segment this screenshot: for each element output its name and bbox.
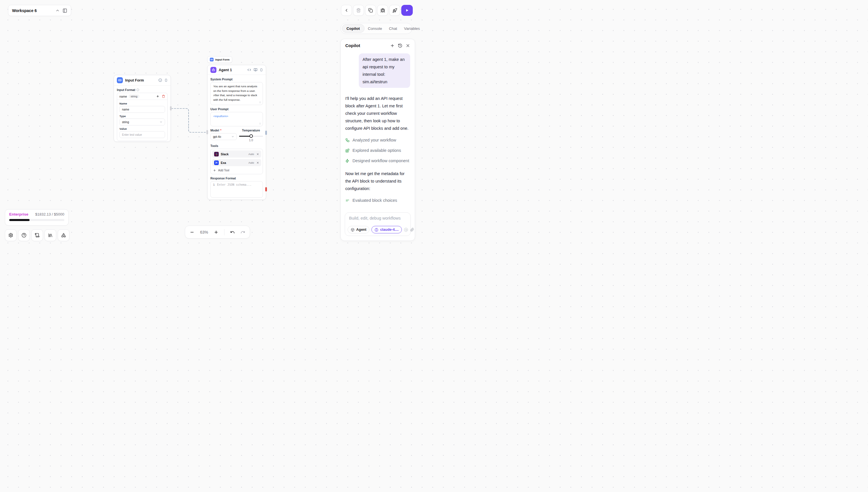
agent-output-handle[interactable] — [265, 131, 267, 135]
model-select[interactable]: gpt-4o — [210, 133, 237, 140]
input-form-output-handle[interactable] — [170, 106, 172, 110]
new-chat-icon[interactable] — [390, 43, 395, 48]
copy-icon — [368, 8, 373, 13]
agent-input-handle[interactable] — [206, 130, 208, 134]
usage-progress-fill — [9, 219, 30, 221]
delete-button[interactable] — [353, 5, 364, 16]
help-button[interactable] — [18, 229, 30, 241]
copilot-composer[interactable]: Build, edit, debug workflows Agent claud… — [345, 213, 411, 236]
add-tool-button[interactable]: Add Tool — [212, 168, 261, 173]
mention-icon[interactable] — [404, 228, 408, 232]
shapes-icon — [61, 233, 66, 238]
workflow-canvas[interactable]: { "workspace": { "name": "Workspace 6" }… — [0, 0, 434, 246]
tab-console[interactable]: Console — [365, 26, 386, 31]
user-prompt-textarea[interactable]: <inputform> — [210, 112, 263, 126]
duplicate-button[interactable] — [365, 5, 376, 16]
usage-card[interactable]: Enterprise $1832.13 / $5000 — [5, 209, 69, 226]
tools-list: Slack Auto Exa Auto Add Tool — [210, 149, 263, 174]
deploy-button[interactable] — [389, 5, 400, 16]
copilot-step: Designed workflow component — [345, 158, 410, 163]
resize-icon[interactable] — [259, 122, 261, 125]
chevron-down-icon — [231, 135, 234, 138]
temperature-slider[interactable] — [239, 134, 263, 138]
system-prompt-label: System Prompt — [210, 77, 263, 81]
history-icon[interactable] — [398, 43, 402, 48]
user-message-bubble: After agent 1, make an api request to my… — [359, 53, 410, 88]
tab-chat[interactable]: Chat — [386, 26, 401, 31]
scroll-icon — [35, 233, 40, 238]
copilot-step: Explored available options — [345, 148, 410, 153]
zoom-out-icon[interactable] — [190, 230, 194, 235]
agent-node-header[interactable]: Agent 1 — [207, 65, 266, 75]
resize-icon[interactable] — [259, 101, 261, 104]
workspace-name: Workspace 6 — [12, 8, 37, 13]
zoom-in-icon[interactable] — [214, 230, 218, 235]
remove-tool-icon[interactable] — [256, 153, 259, 155]
logs-button[interactable] — [31, 229, 43, 241]
divider — [224, 229, 224, 236]
panel-rect-icon[interactable] — [260, 68, 263, 72]
field-row-header: name string — [117, 93, 167, 100]
tool-name: Slack — [221, 152, 228, 156]
delete-field-icon[interactable] — [162, 95, 165, 98]
name-input[interactable] — [119, 106, 165, 113]
robot-icon — [210, 67, 217, 73]
input-form-node-header[interactable]: Input Form — [114, 75, 171, 85]
type-select[interactable]: string — [119, 119, 165, 125]
remove-tool-icon[interactable] — [256, 161, 259, 164]
mode-selector[interactable]: Agent — [348, 226, 369, 233]
chevron-up-icon[interactable] — [55, 8, 60, 13]
package-icon — [351, 228, 354, 232]
badge-label: Input Form — [215, 58, 230, 61]
attach-icon[interactable] — [410, 228, 414, 232]
close-icon[interactable] — [405, 43, 410, 48]
bottom-dock — [5, 229, 70, 241]
connected-block-badge[interactable]: Input Form — [207, 56, 232, 63]
composer-placeholder: Build, edit, debug workflows — [345, 213, 411, 220]
value-input[interactable] — [119, 131, 165, 138]
code-icon[interactable] — [247, 68, 251, 72]
model-selector[interactable]: claude-4.... — [371, 226, 402, 233]
node-title: Agent 1 — [219, 68, 232, 72]
panel-rect-icon[interactable] — [165, 78, 168, 82]
copilot-panel: Copilot After agent 1, make an api reque… — [341, 39, 415, 241]
debug-button[interactable] — [377, 5, 388, 16]
slack-icon — [214, 152, 219, 156]
agent-node: Agent 1 System Prompt You are an agent t… — [207, 65, 266, 200]
tool-row-exa[interactable]: Exa Auto — [212, 159, 261, 166]
tool-mode[interactable]: Auto — [248, 152, 254, 155]
agent-error-handle[interactable] — [265, 187, 267, 192]
rocket-icon — [392, 8, 397, 13]
step-label: Evaluated block choices — [352, 198, 397, 203]
step-label: Designed workflow component — [352, 158, 409, 163]
copilot-header: Copilot — [341, 39, 415, 49]
tool-mode[interactable]: Auto — [248, 161, 254, 164]
tab-copilot[interactable]: Copilot — [342, 24, 365, 33]
response-format-editor[interactable]: 1 Enter JSON schema... — [210, 181, 263, 198]
brain-icon — [375, 228, 378, 232]
undo-icon[interactable] — [230, 230, 235, 235]
input-format-label: Input Format — [117, 88, 168, 92]
back-button[interactable] — [341, 5, 352, 16]
add-field-icon[interactable] — [156, 95, 159, 98]
workspace-selector[interactable]: Workspace 6 — [8, 5, 71, 16]
tool-row-slack[interactable]: Slack Auto — [212, 150, 261, 157]
settings-button[interactable] — [5, 229, 17, 241]
trash-icon — [356, 8, 361, 13]
input-form-icon — [117, 77, 123, 83]
system-prompt-textarea[interactable]: You are an agent that runs analysis on t… — [210, 82, 263, 105]
copilot-step: Analyzed your workflow — [345, 138, 410, 142]
templates-button[interactable] — [58, 229, 70, 241]
run-button[interactable] — [401, 5, 413, 16]
tab-variables[interactable]: Variables — [401, 26, 423, 31]
line-number: 1 — [211, 183, 217, 196]
book-icon[interactable] — [254, 68, 257, 72]
slider-knob[interactable] — [249, 134, 253, 138]
mode-label: Agent — [356, 228, 366, 232]
model-label: claude-4.... — [380, 228, 399, 232]
zoom-level[interactable]: 63% — [200, 230, 208, 235]
info-icon[interactable] — [158, 78, 162, 82]
knowledge-button[interactable] — [45, 229, 56, 241]
redo-icon[interactable] — [241, 230, 245, 235]
sidebar-toggle-icon[interactable] — [63, 8, 67, 13]
